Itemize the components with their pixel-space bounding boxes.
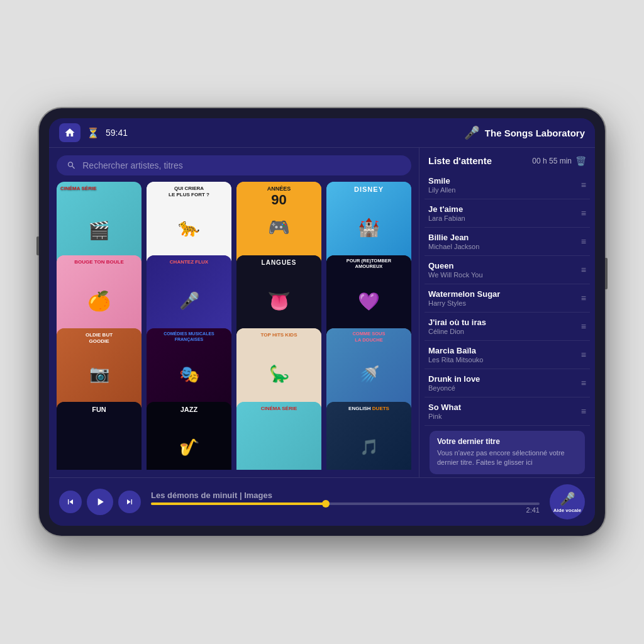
grid-card-annees[interactable]: ANNÉES 90 🎮 (236, 182, 321, 267)
player-track: Les démons de minuit | Images (151, 491, 540, 500)
aide-vocale-button[interactable]: 🎤 Aide vocale (550, 484, 585, 519)
grid-card-qui[interactable]: QUI CRIERALE PLUS FORT ? 🐆 (147, 182, 231, 267)
drag-handle-icon: ≡ (576, 378, 586, 388)
app-logo-icon: 🎤 (464, 125, 480, 140)
grid-card-sous[interactable]: COMME SOUSLA DOUCHE 🚿 (326, 328, 411, 413)
tablet-screen: ⏳ 59:41 🎤 The Songs Laboratory (49, 118, 595, 526)
queue-item[interactable]: Queen We Will Rock You ≡ (425, 256, 590, 284)
grid-card-fun[interactable]: FUN (57, 402, 142, 470)
drag-handle-icon: ≡ (576, 208, 586, 218)
side-button-left (36, 236, 39, 255)
queue-item[interactable]: Smile Lily Allen ≡ (425, 171, 590, 199)
drag-handle-icon: ≡ (576, 265, 586, 275)
grid-card-jazz[interactable]: JAZZ 🎷 (147, 402, 231, 470)
bottom-player: Les démons de minuit | Images 2:41 🎤 Aid… (49, 477, 595, 526)
progress-bar[interactable] (151, 502, 540, 505)
drag-handle-icon: ≡ (576, 321, 586, 331)
next-button[interactable] (118, 491, 141, 513)
search-bar[interactable] (57, 155, 411, 175)
votre-dernier-title: Votre dernier titre (437, 437, 577, 446)
top-bar-left: ⏳ 59:41 (59, 123, 128, 142)
grid-card-english[interactable]: ENGLISH DUETS 🎵 (326, 402, 411, 470)
player-info: Les démons de minuit | Images 2:41 (151, 491, 540, 514)
grid-card-kids[interactable]: TOP HITS KIDS 🦕 (236, 328, 321, 413)
queue-duration: 00 h 55 min 🗑️ (532, 156, 586, 166)
hourglass-icon: ⏳ (87, 127, 99, 139)
queue-panel: Liste d'attente 00 h 55 min 🗑️ Smile Lil… (419, 148, 595, 477)
grid-card-disney[interactable]: DISNEY 🏰 (326, 182, 411, 267)
top-bar-right: 🎤 The Songs Laboratory (464, 125, 585, 140)
left-panel: CINÉMA SÉRIE 🎬 QUI CRIERALE PLUS FORT ? … (49, 148, 419, 477)
grid-card-bouge[interactable]: BOUGE TON BOULE 🍊 (57, 255, 142, 340)
top-bar: ⏳ 59:41 🎤 The Songs Laboratory (49, 118, 595, 148)
trash-icon[interactable]: 🗑️ (575, 156, 586, 166)
progress-fill (151, 502, 326, 505)
player-controls (59, 489, 141, 515)
grid-card-comedies[interactable]: COMÉDIES MUSICALESFRANÇAISES 🎭 (147, 328, 231, 413)
search-icon (67, 160, 76, 170)
drag-handle-icon: ≡ (576, 236, 586, 247)
play-button[interactable] (87, 489, 113, 515)
queue-title: Liste d'attente (428, 155, 492, 166)
queue-item[interactable]: Drunk in love Beyoncé ≡ (425, 369, 590, 397)
app-title: The Songs Laboratory (485, 128, 585, 138)
grid-card-pour[interactable]: POUR (RE)TOMBERAMOUREUX 💜 (326, 255, 411, 340)
grid-card-oldie[interactable]: OLDIE BUTGOODIE 📷 (57, 328, 142, 413)
home-button[interactable] (59, 123, 80, 142)
queue-item[interactable]: Billie Jean Michael Jackson ≡ (425, 228, 590, 256)
main-content: CINÉMA SÉRIE 🎬 QUI CRIERALE PLUS FORT ? … (49, 148, 595, 477)
grid-card-cinema2[interactable]: CINÉMA SÉRIE (236, 402, 321, 470)
grid-card-cinema[interactable]: CINÉMA SÉRIE 🎬 (57, 182, 142, 267)
drag-handle-icon: ≡ (576, 180, 586, 190)
status-time: 59:41 (106, 128, 128, 138)
queue-item[interactable]: Marcia Baïla Les Rita Mitsouko ≡ (425, 341, 590, 369)
progress-thumb (322, 500, 330, 508)
drag-handle-icon: ≡ (576, 350, 586, 360)
search-input[interactable] (82, 160, 401, 170)
drag-handle-icon: ≡ (576, 293, 586, 303)
music-grid: CINÉMA SÉRIE 🎬 QUI CRIERALE PLUS FORT ? … (57, 182, 411, 470)
tablet-frame: ⏳ 59:41 🎤 The Songs Laboratory (39, 108, 605, 536)
drag-handle-icon: ≡ (576, 406, 586, 416)
grid-card-chantez[interactable]: CHANTEZ FLUX 🎤 (147, 255, 231, 340)
queue-item[interactable]: So What Pink ≡ (425, 397, 590, 426)
queue-item[interactable]: Watermelon Sugar Harry Styles ≡ (425, 284, 590, 313)
grid-card-langues[interactable]: LANGUES 👅 (236, 255, 321, 340)
votre-dernier-desc: Vous n'avez pas encore sélectionné votre… (437, 448, 577, 468)
queue-list: Smile Lily Allen ≡ Je t'aime Lara Fabian… (419, 171, 595, 477)
prev-button[interactable] (59, 491, 82, 513)
queue-item[interactable]: Je t'aime Lara Fabian ≡ (425, 199, 590, 228)
progress-time: 2:41 (151, 506, 540, 514)
queue-header: Liste d'attente 00 h 55 min 🗑️ (419, 148, 595, 171)
queue-item[interactable]: J'irai où tu iras Céline Dion ≡ (425, 313, 590, 341)
mic-icon: 🎤 (560, 491, 575, 506)
side-button-right (605, 258, 608, 289)
votre-dernier-section: Votre dernier titre Vous n'avez pas enco… (430, 431, 585, 474)
